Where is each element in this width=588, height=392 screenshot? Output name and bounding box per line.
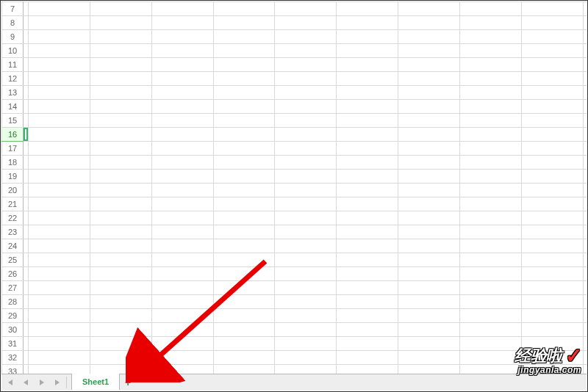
row-header[interactable]: 13 — [2, 86, 24, 100]
cell[interactable] — [275, 323, 337, 337]
cell[interactable] — [24, 128, 29, 142]
row-header[interactable]: 25 — [2, 253, 24, 267]
cell[interactable] — [90, 58, 151, 72]
cell[interactable] — [460, 337, 522, 351]
cell[interactable] — [460, 211, 522, 225]
cell[interactable] — [521, 253, 583, 267]
cell[interactable] — [213, 30, 275, 44]
cell[interactable] — [151, 72, 213, 86]
cell[interactable] — [24, 86, 29, 100]
cell[interactable] — [521, 225, 583, 239]
cell[interactable] — [583, 44, 587, 58]
cell[interactable] — [90, 2, 151, 16]
cell[interactable] — [90, 142, 151, 156]
cell[interactable] — [213, 142, 275, 156]
cell[interactable] — [213, 295, 275, 309]
cell[interactable] — [29, 170, 90, 184]
cell[interactable] — [521, 58, 583, 72]
cell[interactable] — [337, 225, 398, 239]
row-header[interactable]: 19 — [2, 170, 24, 184]
cell[interactable] — [521, 44, 583, 58]
cell[interactable] — [29, 44, 90, 58]
cell[interactable] — [521, 2, 583, 16]
cell[interactable] — [90, 239, 151, 253]
row-header[interactable]: 28 — [2, 295, 24, 309]
cell[interactable] — [275, 72, 337, 86]
row-header[interactable]: 31 — [2, 337, 24, 351]
cell[interactable] — [24, 184, 29, 197]
cell[interactable] — [29, 225, 90, 239]
cell[interactable] — [29, 100, 90, 114]
cell[interactable] — [29, 72, 90, 86]
cell[interactable] — [583, 30, 587, 44]
cell[interactable] — [213, 351, 275, 365]
row-header[interactable]: 24 — [2, 239, 24, 253]
cell[interactable] — [24, 30, 29, 44]
cell[interactable] — [90, 184, 151, 197]
cell[interactable] — [213, 323, 275, 337]
cell[interactable] — [583, 225, 587, 239]
cell[interactable] — [151, 267, 213, 281]
cell[interactable] — [583, 211, 587, 225]
cell[interactable] — [213, 225, 275, 239]
cell[interactable] — [24, 225, 29, 239]
cell[interactable] — [460, 86, 522, 100]
cell[interactable] — [398, 253, 460, 267]
cell[interactable] — [213, 156, 275, 170]
cell[interactable] — [151, 197, 213, 211]
cell[interactable] — [90, 267, 151, 281]
row-header[interactable]: 18 — [2, 156, 24, 170]
cell[interactable] — [398, 72, 460, 86]
row-header[interactable]: 10 — [2, 44, 24, 58]
cell[interactable] — [460, 197, 522, 211]
cell[interactable] — [151, 30, 213, 44]
cell[interactable] — [90, 309, 151, 323]
cell[interactable] — [337, 156, 398, 170]
cell[interactable] — [521, 365, 583, 374]
row-header[interactable]: 20 — [2, 184, 24, 197]
cell[interactable] — [521, 351, 583, 365]
cell[interactable] — [275, 337, 337, 351]
cell[interactable] — [29, 323, 90, 337]
cell[interactable] — [337, 253, 398, 267]
cell[interactable] — [151, 295, 213, 309]
cell[interactable] — [90, 323, 151, 337]
cell[interactable] — [460, 156, 522, 170]
cell[interactable] — [583, 253, 587, 267]
cell[interactable] — [398, 156, 460, 170]
cell[interactable] — [213, 86, 275, 100]
cell[interactable] — [337, 100, 398, 114]
cell[interactable] — [583, 128, 587, 142]
nav-first-icon[interactable] — [1, 374, 18, 391]
cell[interactable] — [583, 351, 587, 365]
cell[interactable] — [151, 225, 213, 239]
cell[interactable] — [213, 239, 275, 253]
cell[interactable] — [460, 114, 522, 128]
row-header[interactable]: 32 — [2, 351, 24, 365]
cell[interactable] — [337, 365, 398, 374]
cell[interactable] — [275, 114, 337, 128]
cell[interactable] — [151, 2, 213, 16]
cell[interactable] — [29, 309, 90, 323]
cell[interactable] — [460, 100, 522, 114]
cell[interactable] — [151, 100, 213, 114]
cell[interactable] — [583, 100, 587, 114]
row-header[interactable]: 33 — [2, 365, 24, 374]
cell[interactable] — [398, 309, 460, 323]
cell[interactable] — [398, 365, 460, 374]
cell[interactable] — [90, 225, 151, 239]
cell[interactable] — [583, 58, 587, 72]
cell[interactable] — [275, 295, 337, 309]
cell[interactable] — [24, 253, 29, 267]
cell[interactable] — [583, 309, 587, 323]
cell[interactable] — [337, 128, 398, 142]
cell[interactable] — [151, 58, 213, 72]
row-header[interactable]: 27 — [2, 281, 24, 295]
cell[interactable] — [275, 309, 337, 323]
cell[interactable] — [337, 142, 398, 156]
cell[interactable] — [275, 86, 337, 100]
cell[interactable] — [583, 156, 587, 170]
cell[interactable] — [24, 211, 29, 225]
cell[interactable] — [275, 239, 337, 253]
cell[interactable] — [151, 253, 213, 267]
